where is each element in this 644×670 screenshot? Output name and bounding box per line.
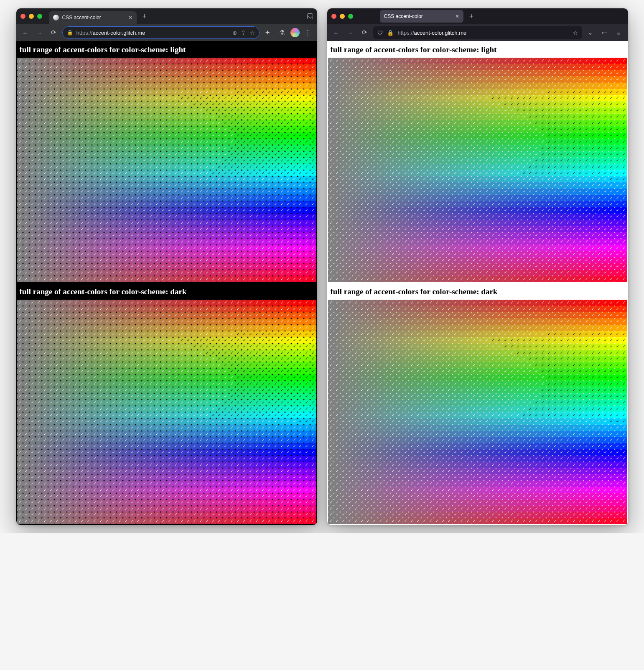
accent-swatch[interactable]: ✓ <box>254 431 260 437</box>
accent-swatch[interactable]: ✓ <box>173 493 179 499</box>
accent-swatch[interactable]: ✓ <box>552 207 559 214</box>
accent-swatch[interactable]: ✓ <box>540 412 546 418</box>
accent-swatch[interactable]: ✓ <box>446 70 453 76</box>
accent-swatch[interactable]: ✓ <box>509 176 515 183</box>
accent-swatch[interactable]: ✓ <box>546 381 552 387</box>
accent-swatch[interactable]: ✓ <box>173 474 179 481</box>
accent-swatch[interactable]: ✓ <box>291 506 298 512</box>
accent-swatch[interactable]: ✓ <box>123 331 129 337</box>
accent-swatch[interactable]: ✓ <box>490 337 496 344</box>
accent-swatch[interactable]: ✓ <box>123 431 129 437</box>
accent-swatch[interactable]: ✓ <box>242 257 248 264</box>
accent-swatch[interactable]: ✓ <box>266 418 272 425</box>
accent-swatch[interactable]: ✓ <box>61 182 67 189</box>
accent-swatch[interactable]: ✓ <box>198 499 204 506</box>
accent-swatch[interactable]: ✓ <box>428 362 434 368</box>
accent-swatch[interactable]: ✓ <box>104 226 110 232</box>
accent-swatch[interactable]: ✓ <box>98 189 104 195</box>
accent-swatch[interactable]: ✓ <box>160 418 167 425</box>
accent-swatch[interactable]: ✓ <box>36 356 42 362</box>
accent-swatch[interactable]: ✓ <box>397 251 403 257</box>
accent-swatch[interactable]: ✓ <box>615 263 621 270</box>
accent-swatch[interactable]: ✓ <box>465 164 471 170</box>
accent-swatch[interactable]: ✓ <box>353 462 359 468</box>
accent-swatch[interactable]: ✓ <box>210 95 216 102</box>
accent-swatch[interactable]: ✓ <box>621 344 627 350</box>
accent-swatch[interactable]: ✓ <box>167 312 173 318</box>
accent-swatch[interactable]: ✓ <box>328 356 334 362</box>
accent-swatch[interactable]: ✓ <box>590 418 596 425</box>
accent-swatch[interactable]: ✓ <box>571 158 577 164</box>
accent-swatch[interactable]: ✓ <box>534 189 540 195</box>
accent-swatch[interactable]: ✓ <box>340 300 346 306</box>
accent-swatch[interactable]: ✓ <box>272 506 279 512</box>
accent-swatch[interactable]: ✓ <box>397 120 403 126</box>
accent-swatch[interactable]: ✓ <box>235 257 242 264</box>
accent-swatch[interactable]: ✓ <box>359 512 365 518</box>
accent-swatch[interactable]: ✓ <box>298 400 304 406</box>
accent-swatch[interactable]: ✓ <box>440 132 446 139</box>
accent-swatch[interactable]: ✓ <box>502 393 509 400</box>
accent-swatch[interactable]: ✓ <box>67 374 73 381</box>
accent-swatch[interactable]: ✓ <box>154 120 160 126</box>
accent-swatch[interactable]: ✓ <box>104 312 110 318</box>
accent-swatch[interactable]: ✓ <box>552 95 559 102</box>
accent-swatch[interactable]: ✓ <box>23 195 29 201</box>
accent-swatch[interactable]: ✓ <box>23 443 29 449</box>
accent-swatch[interactable]: ✓ <box>440 331 446 337</box>
accent-swatch[interactable]: ✓ <box>110 201 117 207</box>
accent-swatch[interactable]: ✓ <box>210 101 216 107</box>
accent-swatch[interactable]: ✓ <box>298 58 304 64</box>
accent-swatch[interactable]: ✓ <box>54 381 61 387</box>
accent-swatch[interactable]: ✓ <box>602 406 608 412</box>
accent-swatch[interactable]: ✓ <box>571 107 577 114</box>
accent-swatch[interactable]: ✓ <box>185 164 191 170</box>
accent-swatch[interactable]: ✓ <box>459 418 465 425</box>
accent-swatch[interactable]: ✓ <box>142 381 148 387</box>
accent-swatch[interactable]: ✓ <box>384 207 390 214</box>
accent-swatch[interactable]: ✓ <box>583 337 590 344</box>
accent-swatch[interactable]: ✓ <box>266 468 272 474</box>
accent-swatch[interactable]: ✓ <box>223 306 229 312</box>
accent-swatch[interactable]: ✓ <box>61 139 67 145</box>
accent-swatch[interactable]: ✓ <box>359 456 365 462</box>
accent-swatch[interactable]: ✓ <box>254 132 260 139</box>
accent-swatch[interactable]: ✓ <box>540 126 546 132</box>
accent-swatch[interactable]: ✓ <box>92 139 98 145</box>
accent-swatch[interactable]: ✓ <box>272 139 279 145</box>
accent-swatch[interactable]: ✓ <box>229 481 235 487</box>
accent-swatch[interactable]: ✓ <box>428 462 434 468</box>
accent-swatch[interactable]: ✓ <box>415 300 421 306</box>
accent-swatch[interactable]: ✓ <box>372 207 378 214</box>
accent-swatch[interactable]: ✓ <box>540 176 546 183</box>
accent-swatch[interactable]: ✓ <box>478 412 484 418</box>
accent-swatch[interactable]: ✓ <box>310 239 316 245</box>
accent-swatch[interactable]: ✓ <box>540 462 546 468</box>
accent-swatch[interactable]: ✓ <box>484 474 490 481</box>
accent-swatch[interactable]: ✓ <box>571 151 577 158</box>
accent-swatch[interactable]: ✓ <box>465 368 471 374</box>
accent-swatch[interactable]: ✓ <box>440 350 446 356</box>
accent-swatch[interactable]: ✓ <box>521 107 527 114</box>
accent-swatch[interactable]: ✓ <box>471 182 478 189</box>
accent-swatch[interactable]: ✓ <box>521 145 527 151</box>
accent-swatch[interactable]: ✓ <box>596 145 602 151</box>
accent-swatch[interactable]: ✓ <box>621 76 627 83</box>
accent-swatch[interactable]: ✓ <box>602 387 608 393</box>
accent-swatch[interactable]: ✓ <box>559 368 565 374</box>
accent-swatch[interactable]: ✓ <box>204 474 210 481</box>
accent-swatch[interactable]: ✓ <box>310 406 316 412</box>
accent-swatch[interactable]: ✓ <box>167 95 173 102</box>
accent-swatch[interactable]: ✓ <box>23 312 29 318</box>
accent-swatch[interactable]: ✓ <box>459 251 465 257</box>
accent-swatch[interactable]: ✓ <box>167 518 173 524</box>
accent-swatch[interactable]: ✓ <box>515 176 521 183</box>
accent-swatch[interactable]: ✓ <box>421 201 428 207</box>
accent-swatch[interactable]: ✓ <box>453 207 459 214</box>
accent-swatch[interactable]: ✓ <box>490 344 496 350</box>
accent-swatch[interactable]: ✓ <box>235 499 242 506</box>
accent-swatch[interactable]: ✓ <box>372 151 378 158</box>
accent-swatch[interactable]: ✓ <box>390 412 397 418</box>
accent-swatch[interactable]: ✓ <box>148 182 154 189</box>
accent-swatch[interactable]: ✓ <box>54 387 61 393</box>
